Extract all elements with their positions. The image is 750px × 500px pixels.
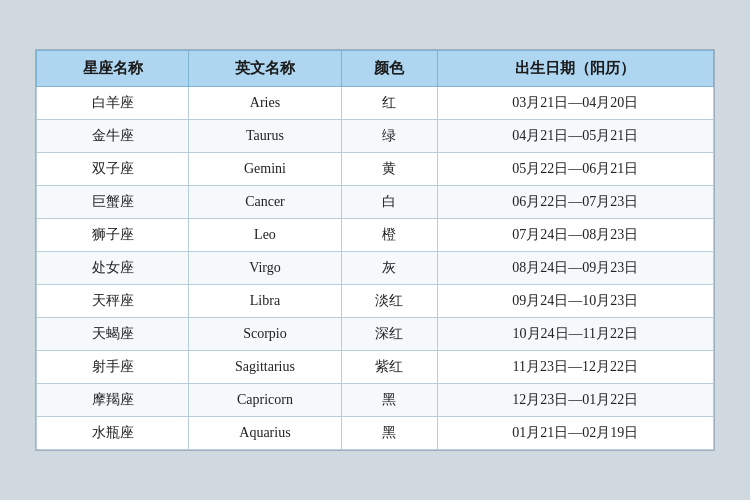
cell-chinese-name: 狮子座 (37, 219, 189, 252)
cell-color: 黑 (341, 417, 437, 450)
cell-dates: 10月24日—11月22日 (437, 318, 713, 351)
cell-chinese-name: 天蝎座 (37, 318, 189, 351)
cell-english-name: Libra (189, 285, 341, 318)
cell-chinese-name: 双子座 (37, 153, 189, 186)
cell-dates: 12月23日—01月22日 (437, 384, 713, 417)
cell-color: 淡红 (341, 285, 437, 318)
cell-dates: 01月21日—02月19日 (437, 417, 713, 450)
cell-english-name: Scorpio (189, 318, 341, 351)
table-row: 射手座Sagittarius紫红11月23日—12月22日 (37, 351, 714, 384)
cell-english-name: Sagittarius (189, 351, 341, 384)
table-row: 金牛座Taurus绿04月21日—05月21日 (37, 120, 714, 153)
header-chinese-name: 星座名称 (37, 51, 189, 87)
header-english-name: 英文名称 (189, 51, 341, 87)
cell-dates: 04月21日—05月21日 (437, 120, 713, 153)
cell-chinese-name: 射手座 (37, 351, 189, 384)
cell-color: 黑 (341, 384, 437, 417)
cell-chinese-name: 处女座 (37, 252, 189, 285)
cell-chinese-name: 巨蟹座 (37, 186, 189, 219)
cell-english-name: Cancer (189, 186, 341, 219)
cell-dates: 07月24日—08月23日 (437, 219, 713, 252)
table-row: 白羊座Aries红03月21日—04月20日 (37, 87, 714, 120)
table-row: 狮子座Leo橙07月24日—08月23日 (37, 219, 714, 252)
cell-chinese-name: 水瓶座 (37, 417, 189, 450)
cell-english-name: Aquarius (189, 417, 341, 450)
zodiac-table-container: 星座名称 英文名称 颜色 出生日期（阳历） 白羊座Aries红03月21日—04… (35, 49, 715, 451)
cell-dates: 03月21日—04月20日 (437, 87, 713, 120)
cell-english-name: Gemini (189, 153, 341, 186)
table-row: 双子座Gemini黄05月22日—06月21日 (37, 153, 714, 186)
table-body: 白羊座Aries红03月21日—04月20日金牛座Taurus绿04月21日—0… (37, 87, 714, 450)
table-row: 天秤座Libra淡红09月24日—10月23日 (37, 285, 714, 318)
table-header-row: 星座名称 英文名称 颜色 出生日期（阳历） (37, 51, 714, 87)
cell-chinese-name: 金牛座 (37, 120, 189, 153)
cell-dates: 09月24日—10月23日 (437, 285, 713, 318)
cell-english-name: Taurus (189, 120, 341, 153)
cell-english-name: Virgo (189, 252, 341, 285)
cell-chinese-name: 白羊座 (37, 87, 189, 120)
cell-color: 白 (341, 186, 437, 219)
cell-english-name: Capricorn (189, 384, 341, 417)
table-row: 处女座Virgo灰08月24日—09月23日 (37, 252, 714, 285)
cell-dates: 06月22日—07月23日 (437, 186, 713, 219)
cell-color: 绿 (341, 120, 437, 153)
cell-color: 深红 (341, 318, 437, 351)
cell-chinese-name: 摩羯座 (37, 384, 189, 417)
header-color: 颜色 (341, 51, 437, 87)
header-dates: 出生日期（阳历） (437, 51, 713, 87)
zodiac-table: 星座名称 英文名称 颜色 出生日期（阳历） 白羊座Aries红03月21日—04… (36, 50, 714, 450)
table-row: 水瓶座Aquarius黑01月21日—02月19日 (37, 417, 714, 450)
table-row: 天蝎座Scorpio深红10月24日—11月22日 (37, 318, 714, 351)
cell-color: 紫红 (341, 351, 437, 384)
cell-color: 橙 (341, 219, 437, 252)
cell-color: 红 (341, 87, 437, 120)
cell-english-name: Leo (189, 219, 341, 252)
cell-chinese-name: 天秤座 (37, 285, 189, 318)
cell-dates: 11月23日—12月22日 (437, 351, 713, 384)
cell-color: 黄 (341, 153, 437, 186)
cell-english-name: Aries (189, 87, 341, 120)
table-row: 巨蟹座Cancer白06月22日—07月23日 (37, 186, 714, 219)
cell-dates: 05月22日—06月21日 (437, 153, 713, 186)
table-row: 摩羯座Capricorn黑12月23日—01月22日 (37, 384, 714, 417)
cell-color: 灰 (341, 252, 437, 285)
cell-dates: 08月24日—09月23日 (437, 252, 713, 285)
